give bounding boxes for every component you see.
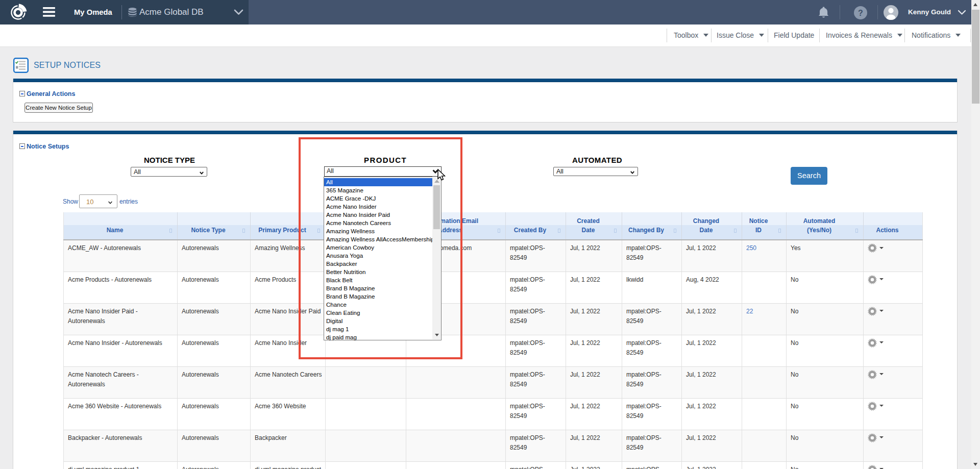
svg-text:?: ? — [858, 8, 863, 17]
